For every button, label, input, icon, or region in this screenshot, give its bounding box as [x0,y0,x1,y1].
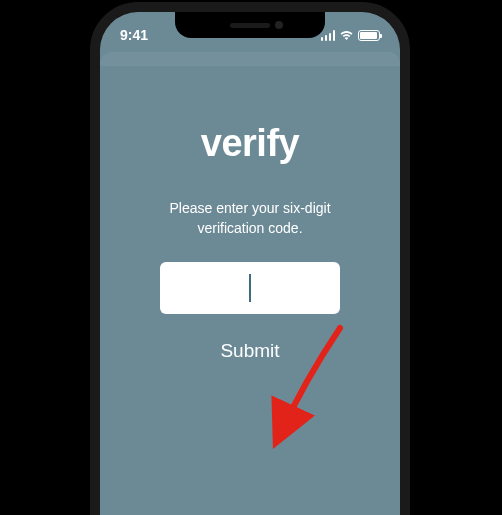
app-screen: verify Please enter your six-digit verif… [100,12,400,515]
submit-button[interactable]: Submit [220,340,279,362]
wifi-icon [339,30,354,41]
status-right [321,30,381,41]
speaker [230,23,270,28]
phone-frame: 9:41 verify Please enter your six-digit … [90,2,410,515]
camera-dot [275,21,283,29]
device-notch [175,12,325,38]
instruction-text: Please enter your six-digit verification… [130,199,370,238]
battery-icon [358,30,380,41]
verify-content: verify Please enter your six-digit verif… [100,62,400,362]
instruction-line: Please enter your six-digit [169,200,330,216]
page-title: verify [130,122,370,165]
verification-code-input[interactable] [160,262,340,314]
text-caret [249,274,251,302]
status-time: 9:41 [120,27,148,43]
instruction-line: verification code. [197,220,302,236]
cellular-icon [321,30,336,41]
